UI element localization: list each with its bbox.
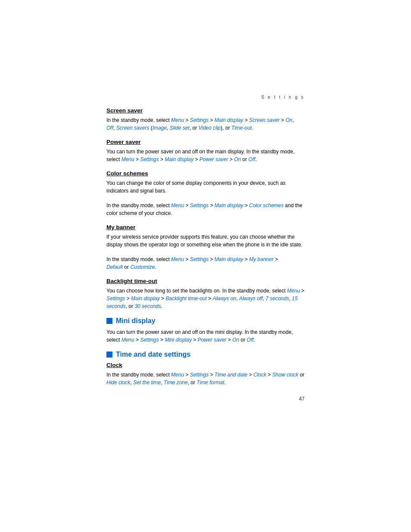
content-area: S e t t i n g s Screen saver In the stan… <box>50 0 361 436</box>
my-banner-body2: In the standby mode, select Menu > Setti… <box>106 255 305 271</box>
link-main-display-3[interactable]: Main display <box>215 202 243 208</box>
link-menu-3[interactable]: Menu <box>171 202 184 208</box>
link-time-out-1[interactable]: Time-out <box>231 125 252 131</box>
link-settings-3[interactable]: Settings <box>190 202 209 208</box>
link-my-banner[interactable]: My banner <box>249 256 274 262</box>
link-main-display-2[interactable]: Main display <box>165 156 193 162</box>
link-image[interactable]: Image <box>153 125 167 131</box>
link-time-format[interactable]: Time format <box>196 380 224 386</box>
link-main-display-5[interactable]: Main display <box>131 296 160 302</box>
link-menu-5[interactable]: Menu <box>287 288 300 294</box>
link-off-2[interactable]: Off <box>249 156 255 162</box>
link-show-clock[interactable]: Show clock <box>272 372 299 378</box>
link-video-clip[interactable]: Video clip <box>198 125 221 131</box>
link-power-saver-2[interactable]: Power saver <box>198 337 227 343</box>
link-time-and-date[interactable]: Time and date <box>215 372 248 378</box>
link-color-schemes[interactable]: Color schemes <box>249 202 283 208</box>
link-settings-5[interactable]: Settings <box>106 296 125 302</box>
time-date-heading: Time and date settings <box>116 351 190 358</box>
page-container: S e t t i n g s Screen saver In the stan… <box>0 0 411 532</box>
link-menu-6[interactable]: Menu <box>121 337 134 343</box>
section-mini-display: Mini display You can turn the power save… <box>106 317 305 344</box>
link-time-zone[interactable]: Time zone <box>164 380 188 386</box>
mini-display-heading: Mini display <box>116 317 156 325</box>
mini-display-body: You can turn the power saver on and off … <box>106 328 305 344</box>
link-main-display-1[interactable]: Main display <box>215 117 243 123</box>
link-set-the-time[interactable]: Set the time <box>133 380 161 386</box>
link-hide-clock[interactable]: Hide clock <box>106 380 130 386</box>
screen-saver-body: In the standby mode, select Menu > Setti… <box>106 116 305 132</box>
power-saver-heading: Power saver <box>106 139 305 145</box>
link-settings-1[interactable]: Settings <box>190 117 209 123</box>
backlight-timeout-body: You can choose how long to set the backl… <box>106 287 305 310</box>
link-always-on[interactable]: Always on <box>213 296 237 302</box>
settings-label: S e t t i n g s <box>106 95 305 100</box>
link-mini-display[interactable]: Mini display <box>165 337 192 343</box>
section-time-date: Time and date settings Clock In the stan… <box>106 351 305 386</box>
link-off-3[interactable]: Off <box>247 337 254 343</box>
link-main-display-4[interactable]: Main display <box>215 256 243 262</box>
link-30-seconds[interactable]: 30 seconds <box>134 303 161 309</box>
link-settings-4[interactable]: Settings <box>190 256 209 262</box>
link-settings-7[interactable]: Settings <box>190 372 209 378</box>
power-saver-body: You can turn the power saver on and off … <box>106 148 305 163</box>
link-on-3[interactable]: On <box>232 337 239 343</box>
color-schemes-body1: You can change the color of some display… <box>106 179 305 195</box>
time-date-header: Time and date settings <box>106 351 305 358</box>
link-slide-set[interactable]: Slide set <box>170 125 190 131</box>
link-default[interactable]: Default <box>106 264 123 270</box>
section-power-saver: Power saver You can turn the power saver… <box>106 139 305 163</box>
link-menu-4[interactable]: Menu <box>171 256 184 262</box>
my-banner-body1: If your wireless service provider suppor… <box>106 233 305 249</box>
link-menu-7[interactable]: Menu <box>171 372 184 378</box>
link-7-seconds[interactable]: 7 seconds <box>265 296 289 302</box>
link-settings-6[interactable]: Settings <box>140 337 159 343</box>
backlight-timeout-heading: Backlight time-out <box>106 278 305 284</box>
section-backlight-timeout: Backlight time-out You can choose how lo… <box>106 278 305 310</box>
link-settings-2[interactable]: Settings <box>140 156 159 162</box>
section-my-banner: My banner If your wireless service provi… <box>106 224 305 271</box>
link-on-1[interactable]: On <box>286 117 293 123</box>
color-schemes-body2: In the standby mode, select Menu > Setti… <box>106 202 305 217</box>
link-menu-2[interactable]: Menu <box>121 156 134 162</box>
mini-display-header: Mini display <box>106 317 305 325</box>
link-on-2[interactable]: On <box>234 156 241 162</box>
link-backlight-timeout[interactable]: Backlight time-out <box>165 296 206 302</box>
link-always-off[interactable]: Always off <box>239 296 263 302</box>
time-date-icon <box>106 352 112 358</box>
color-schemes-heading: Color schemes <box>106 170 305 177</box>
my-banner-heading: My banner <box>106 224 305 230</box>
link-menu-1[interactable]: Menu <box>171 117 184 123</box>
clock-body: In the standby mode, select Menu > Setti… <box>106 371 305 386</box>
link-off-1[interactable]: Off <box>106 125 113 131</box>
link-customize[interactable]: Customize <box>130 264 155 270</box>
section-color-schemes: Color schemes You can change the color o… <box>106 170 305 217</box>
mini-display-icon <box>106 318 112 324</box>
link-screen-savers[interactable]: Screen savers <box>116 125 149 131</box>
clock-heading: Clock <box>106 362 305 368</box>
screen-saver-heading: Screen saver <box>106 107 305 114</box>
section-screen-saver: Screen saver In the standby mode, select… <box>106 107 305 132</box>
page-number: 47 <box>299 396 305 402</box>
link-screen-saver[interactable]: Screen saver <box>249 117 280 123</box>
link-power-saver[interactable]: Power saver <box>199 156 228 162</box>
link-clock[interactable]: Clock <box>253 372 266 378</box>
